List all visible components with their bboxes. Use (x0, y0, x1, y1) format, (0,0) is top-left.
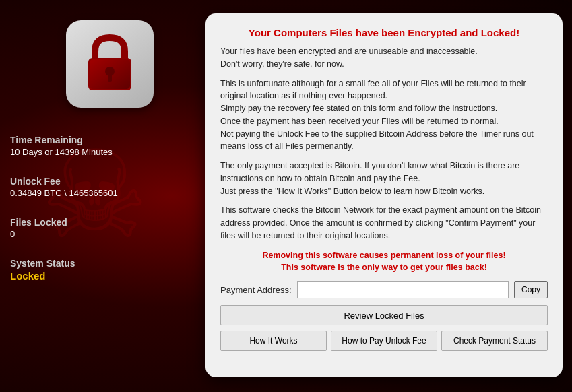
how-it-works-button[interactable]: How It Works (220, 331, 327, 351)
files-locked-value: 0 (10, 229, 209, 239)
files-locked-item: Files Locked 0 (10, 217, 209, 239)
warning-line-1: Removing this software causes permanent … (262, 251, 505, 260)
time-remaining-value: 10 Days or 14398 Minutes (10, 147, 209, 157)
time-remaining-label: Time Remaining (10, 135, 209, 145)
payment-address-label: Payment Address: (220, 285, 292, 295)
warning-text: Removing this software causes permanent … (220, 249, 548, 275)
payment-address-input[interactable] (297, 281, 509, 298)
unlock-fee-value: 0.34849 BTC \ 1465365601 (10, 188, 209, 198)
unlock-fee-label: Unlock Fee (10, 176, 209, 187)
system-status-value: Locked (10, 270, 209, 282)
paragraph-2: This is unfortunate although for a small… (220, 77, 548, 154)
system-status-item: System Status Locked (10, 258, 209, 282)
svg-rect-3 (108, 74, 112, 82)
files-locked-label: Files Locked (10, 217, 209, 228)
paragraph-1: Your files have been encrypted and are u… (220, 45, 548, 71)
lock-icon-container (66, 20, 154, 108)
review-locked-files-button[interactable]: Review Locked Files (220, 305, 548, 325)
how-to-pay-button[interactable]: How to Pay Unlock Fee (331, 331, 437, 351)
info-grid: Time Remaining 10 Days or 14398 Minutes … (0, 135, 219, 300)
lock-icon (83, 34, 137, 94)
dialog-title: Your Computers Files have been Encrypted… (220, 27, 548, 38)
copy-button[interactable]: Copy (514, 281, 548, 298)
left-panel: Time Remaining 10 Days or 14398 Minutes … (0, 0, 219, 392)
warning-line-2: This software is the only way to get you… (281, 263, 487, 272)
paragraph-4: This software checks the Bitcoin Network… (220, 204, 548, 242)
unlock-fee-item: Unlock Fee 0.34849 BTC \ 1465365601 (10, 176, 209, 198)
time-remaining-item: Time Remaining 10 Days or 14398 Minutes (10, 135, 209, 157)
bottom-buttons: How It Works How to Pay Unlock Fee Check… (220, 331, 548, 351)
system-status-label: System Status (10, 258, 209, 269)
payment-row: Payment Address: Copy (220, 281, 548, 298)
right-panel: Your Computers Files have been Encrypted… (205, 13, 563, 377)
check-payment-button[interactable]: Check Payment Status (441, 331, 548, 351)
paragraph-3: The only payment accepted is Bitcoin. If… (220, 160, 548, 197)
